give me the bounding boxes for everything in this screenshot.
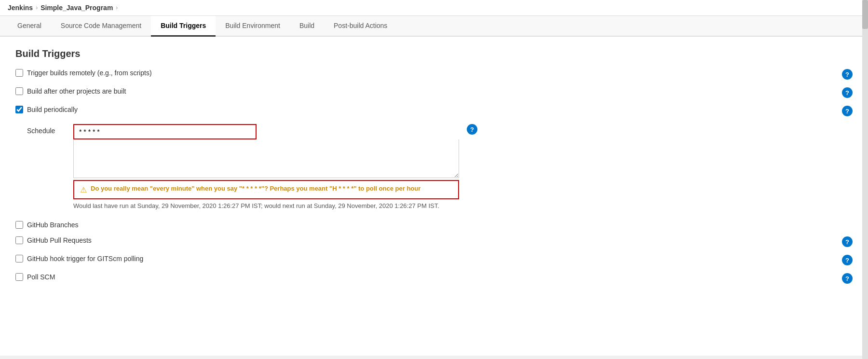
breadcrumb-arrow-2: ›: [116, 4, 118, 11]
breadcrumb-jenkins[interactable]: Jenkins: [8, 4, 33, 12]
poll-scm-label[interactable]: Poll SCM: [15, 273, 55, 281]
trigger-after-other-text: Build after other projects are built: [27, 87, 126, 95]
trigger-remote-label[interactable]: Trigger builds remotely (e.g., from scri…: [15, 69, 152, 77]
github-branches-text: GitHub Branches: [27, 221, 79, 229]
tab-general[interactable]: General: [8, 16, 51, 37]
github-hook-trigger-text: GitHub hook trigger for GITScm polling: [27, 255, 143, 262]
breadcrumb-arrow-1: ›: [36, 4, 38, 11]
github-hook-trigger-label[interactable]: GitHub hook trigger for GITScm polling: [15, 255, 143, 262]
trigger-periodically-label[interactable]: Build periodically: [15, 106, 78, 113]
trigger-after-other-item: Build after other projects are built ?: [15, 87, 853, 98]
tab-build[interactable]: Build: [290, 16, 324, 37]
trigger-periodically-help[interactable]: ?: [842, 106, 853, 116]
github-pull-requests-item: GitHub Pull Requests ?: [15, 236, 853, 247]
trigger-after-other-checkbox[interactable]: [15, 87, 23, 95]
content-section: Build Triggers Trigger builds remotely (…: [0, 37, 868, 303]
breadcrumb: Jenkins › Simple_Java_Program ›: [0, 0, 868, 16]
trigger-after-other-label[interactable]: Build after other projects are built: [15, 87, 126, 95]
trigger-periodically-text: Build periodically: [27, 106, 78, 113]
scrollbar-thumb[interactable]: [862, 0, 868, 29]
tab-bar: General Source Code Management Build Tri…: [0, 16, 868, 37]
trigger-after-other-help[interactable]: ?: [842, 87, 853, 98]
trigger-remote-item: Trigger builds remotely (e.g., from scri…: [15, 69, 853, 80]
poll-scm-checkbox[interactable]: [15, 273, 23, 281]
run-info: Would last have run at Sunday, 29 Novemb…: [73, 202, 459, 209]
schedule-input-area: ⚠ Do you really mean "every minute" when…: [73, 124, 459, 209]
scrollbar-track[interactable]: [862, 0, 868, 356]
trigger-periodically-checkbox[interactable]: [15, 106, 23, 113]
github-pull-requests-label[interactable]: GitHub Pull Requests: [15, 236, 92, 244]
main-content: General Source Code Management Build Tri…: [0, 16, 868, 356]
github-hook-trigger-checkbox[interactable]: [15, 255, 23, 262]
trigger-remote-checkbox[interactable]: [15, 69, 23, 77]
github-branches-label[interactable]: GitHub Branches: [15, 221, 79, 229]
schedule-row: Schedule ⚠ Do you really mean "every min…: [27, 124, 853, 209]
warning-box: ⚠ Do you really mean "every minute" when…: [73, 180, 459, 199]
schedule-textarea[interactable]: [73, 139, 459, 178]
trigger-remote-help[interactable]: ?: [842, 69, 853, 80]
poll-scm-item: Poll SCM ?: [15, 273, 853, 284]
github-branches-item: GitHub Branches: [15, 221, 853, 229]
github-hook-trigger-help[interactable]: ?: [842, 255, 853, 265]
tab-build-environment[interactable]: Build Environment: [216, 16, 290, 37]
github-hook-trigger-item: GitHub hook trigger for GITScm polling ?: [15, 255, 853, 265]
github-branches-checkbox[interactable]: [15, 221, 23, 229]
breadcrumb-project[interactable]: Simple_Java_Program: [41, 4, 113, 12]
trigger-periodically-item: Build periodically ?: [15, 106, 853, 116]
github-pull-requests-checkbox[interactable]: [15, 236, 23, 244]
github-pull-requests-help[interactable]: ?: [842, 236, 853, 247]
schedule-label: Schedule: [27, 124, 66, 135]
warning-text: Do you really mean "every minute" when y…: [91, 185, 420, 192]
poll-scm-text: Poll SCM: [27, 273, 55, 281]
tab-build-triggers[interactable]: Build Triggers: [151, 16, 216, 37]
schedule-help[interactable]: ?: [467, 124, 477, 135]
tab-post-build-actions[interactable]: Post-build Actions: [324, 16, 397, 37]
tab-source-code-management[interactable]: Source Code Management: [51, 16, 151, 37]
trigger-remote-text: Trigger builds remotely (e.g., from scri…: [27, 69, 152, 77]
poll-scm-help[interactable]: ?: [842, 273, 853, 284]
section-title: Build Triggers: [15, 48, 853, 59]
warning-icon: ⚠: [80, 185, 87, 194]
github-pull-requests-text: GitHub Pull Requests: [27, 236, 92, 244]
schedule-input[interactable]: [73, 124, 257, 139]
